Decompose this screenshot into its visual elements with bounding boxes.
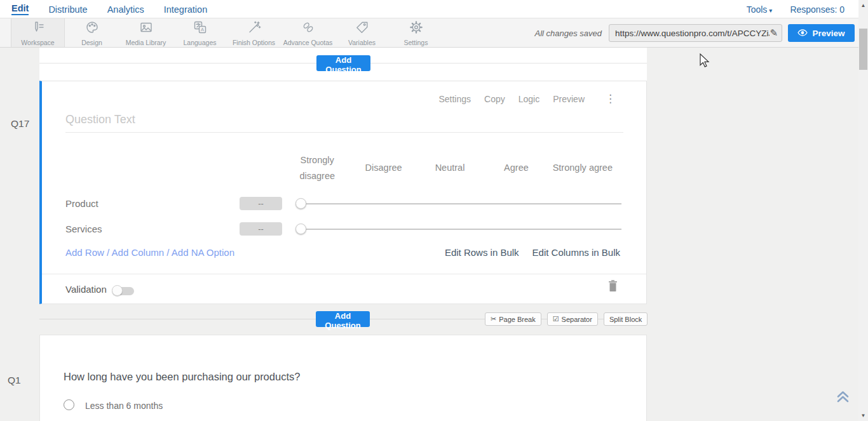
question-text-underline [65, 132, 623, 133]
question-action-menu: Settings Copy Logic Preview ⋮ [438, 92, 616, 105]
nav-tab-integration[interactable]: Integration [164, 4, 208, 15]
toolbar-right-group: All changes saved https://www.questionpr… [534, 24, 855, 42]
question-copy-link[interactable]: Copy [484, 94, 505, 104]
workspace-icon [31, 20, 46, 37]
chain-links-icon [301, 20, 316, 37]
vertical-scrollbar[interactable]: ▲ ▼ [858, 0, 868, 421]
row-label[interactable]: Product [65, 198, 98, 209]
question-text-input[interactable]: Question Text [65, 113, 135, 126]
add-row-link[interactable]: Add Row [65, 247, 104, 258]
scale-label: Agree [483, 149, 549, 188]
scroll-to-top-icon[interactable] [836, 389, 850, 408]
editor-toolbar: Workspace Design Media Library A Languag… [0, 18, 858, 48]
kebab-menu-icon[interactable]: ⋮ [605, 92, 616, 105]
question-logic-link[interactable]: Logic [519, 94, 539, 104]
survey-url-value[interactable]: https://www.questionpro.com/t/APCCYZiJ8 [615, 29, 770, 38]
toolbar-item-design[interactable]: Design [65, 18, 119, 47]
slider-handle[interactable] [295, 198, 306, 209]
question-settings-link[interactable]: Settings [438, 94, 471, 104]
page-break-button[interactable]: ✂ Page Break [485, 312, 541, 326]
toolbar-item-settings[interactable]: Settings [389, 18, 443, 47]
separator-button[interactable]: ☑ Separator [547, 312, 598, 326]
question-card-q17[interactable]: Settings Copy Logic Preview ⋮ Question T… [39, 81, 647, 304]
toolbar-item-finish-options[interactable]: Finish Options [227, 18, 281, 47]
tools-dropdown[interactable]: Tools▾ [747, 4, 773, 15]
add-question-button-top[interactable]: Add Question [316, 55, 370, 71]
edit-rows-bulk-link[interactable]: Edit Rows in Bulk [445, 247, 519, 258]
scissors-icon: ✂ [491, 315, 496, 323]
scrollbar-thumb[interactable] [859, 29, 867, 70]
question-number-q17: Q17 [11, 118, 29, 130]
chevron-down-icon: ▾ [769, 7, 772, 14]
translate-icon: A [193, 20, 208, 37]
eye-icon [797, 29, 808, 38]
nav-tab-analytics[interactable]: Analytics [107, 4, 144, 15]
row-column-links: Add Row / Add Column / Add NA Option [65, 247, 234, 258]
toolbar-item-languages[interactable]: A Languages [173, 18, 227, 47]
nav-tab-edit[interactable]: Edit [11, 3, 29, 15]
checkbox-checked-icon: ☑ [553, 315, 559, 323]
toggle-knob [112, 285, 123, 296]
slider-track[interactable] [301, 203, 621, 204]
split-block-button[interactable]: Split Block [604, 312, 648, 326]
insert-controls: ✂ Page Break ☑ Separator Split Block [485, 312, 648, 326]
responses-counter[interactable]: Responses: 0 [790, 4, 844, 15]
toolbar-items: Workspace Design Media Library A Languag… [11, 18, 443, 47]
row-value-box[interactable]: -- [240, 197, 282, 210]
toolbar-item-advance-quotas[interactable]: Advance Quotas [281, 18, 335, 47]
image-icon [139, 20, 154, 37]
validation-label: Validation [65, 284, 107, 295]
scale-label: Strongly agree [550, 149, 616, 188]
tag-icon [355, 20, 370, 37]
edit-columns-bulk-link[interactable]: Edit Columns in Bulk [532, 247, 620, 258]
nav-right-group: Tools▾ Responses: 0 [747, 0, 844, 18]
likert-scale-header: Strongly disagree Disagree Neutral Agree… [284, 149, 616, 188]
row-slider[interactable] [295, 196, 621, 212]
question-text[interactable]: How long have you been purchasing our pr… [64, 371, 300, 383]
scale-label: Strongly disagree [284, 149, 350, 188]
add-column-link[interactable]: Add Column [112, 247, 165, 258]
validation-toggle[interactable] [112, 285, 135, 297]
add-question-button-bottom[interactable]: Add Question [316, 311, 370, 327]
preview-button[interactable]: Preview [788, 24, 855, 42]
slider-row-product: Product -- [42, 196, 646, 212]
top-nav-bar: Edit Distribute Analytics Integration To… [0, 0, 858, 18]
slider-handle[interactable] [295, 224, 306, 234]
save-status-text: All changes saved [534, 29, 602, 38]
trash-icon[interactable] [607, 279, 618, 295]
radio-button[interactable] [64, 399, 74, 410]
scrollbar-down-arrow-icon[interactable]: ▼ [858, 413, 868, 418]
survey-url-field[interactable]: https://www.questionpro.com/t/APCCYZiJ8 … [609, 24, 782, 42]
bulk-edit-links: Edit Rows in Bulk Edit Columns in Bulk [445, 247, 620, 258]
toolbar-item-variables[interactable]: Variables [335, 18, 389, 47]
slider-row-services: Services -- [42, 221, 646, 237]
palette-icon [85, 20, 100, 37]
top-content-strip: Add Question [39, 48, 647, 81]
answer-option-label[interactable]: Less than 6 months [85, 401, 163, 411]
question-preview-link[interactable]: Preview [553, 94, 585, 104]
wand-icon [247, 20, 262, 37]
scrollbar-up-arrow-icon[interactable]: ▲ [858, 3, 868, 8]
scale-label: Disagree [350, 149, 416, 188]
toolbar-item-media-library[interactable]: Media Library [119, 18, 173, 47]
gear-icon [409, 20, 424, 37]
add-na-option-link[interactable]: Add NA Option [172, 247, 234, 258]
question-number-q1: Q1 [8, 375, 21, 386]
row-value-box[interactable]: -- [240, 222, 282, 236]
card-footer-divider [42, 274, 646, 274]
toolbar-item-workspace[interactable]: Workspace [11, 18, 65, 47]
svg-text:A: A [200, 27, 203, 32]
slider-track[interactable] [301, 229, 621, 230]
scale-label: Neutral [417, 149, 483, 188]
nav-menu: Edit Distribute Analytics Integration [11, 0, 207, 18]
row-slider[interactable] [295, 221, 621, 237]
link-separator: / [166, 247, 172, 258]
row-label[interactable]: Services [65, 224, 102, 234]
link-separator: / [107, 247, 112, 258]
edit-url-icon[interactable]: ✎ [770, 27, 778, 39]
nav-tab-distribute[interactable]: Distribute [48, 4, 87, 15]
question-card-q1[interactable]: How long have you been purchasing our pr… [39, 335, 647, 421]
